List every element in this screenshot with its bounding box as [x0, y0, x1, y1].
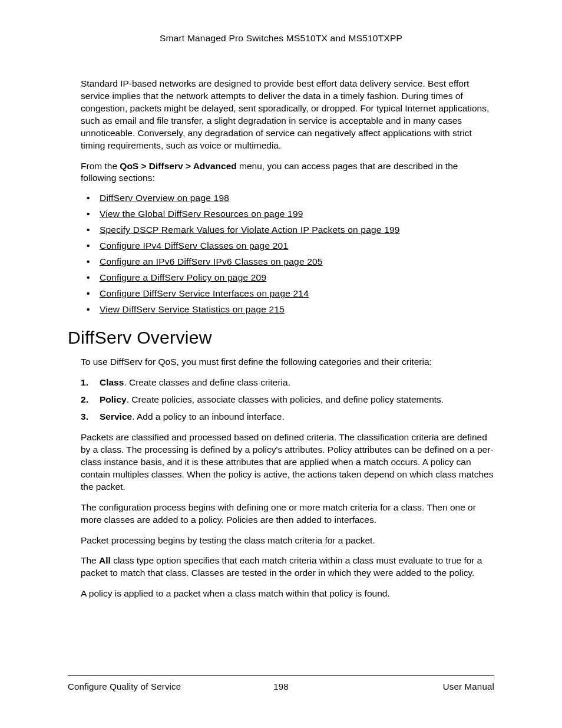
list-item: Configure IPv4 DiffServ Classes on page … — [81, 241, 494, 251]
step-term: Service — [100, 411, 132, 421]
intro-paragraph-1: Standard IP-based networks are designed … — [81, 78, 494, 152]
steps-list: Class. Create classes and define class c… — [81, 377, 494, 423]
link-global-diffserv-resources[interactable]: View the Global DiffServ Resources on pa… — [100, 209, 303, 219]
link-diffserv-policy[interactable]: Configure a DiffServ Policy on page 209 — [100, 272, 266, 282]
footer-row: Configure Quality of Service 198 User Ma… — [68, 681, 494, 691]
list-item: View DiffServ Service Statistics on page… — [81, 304, 494, 315]
step-text: . Create classes and define class criter… — [124, 377, 290, 387]
step-policy: Policy. Create policies, associate class… — [81, 394, 494, 406]
p4-bold: All — [99, 555, 111, 565]
section-paragraph-2: The configuration process begins with de… — [81, 502, 494, 526]
list-item: Configure an IPv6 DiffServ IPv6 Classes … — [81, 256, 494, 267]
link-ipv4-diffserv-classes[interactable]: Configure IPv4 DiffServ Classes on page … — [100, 241, 288, 251]
menu-path: QoS > Diffserv > Advanced — [120, 161, 236, 171]
link-diffserv-service-interfaces[interactable]: Configure DiffServ Service Interfaces on… — [100, 288, 309, 298]
intro-p2-pre: From the — [81, 161, 120, 171]
p4-pre: The — [81, 555, 99, 565]
section-paragraph-3: Packet processing begins by testing the … — [81, 535, 494, 547]
section-paragraph-5: A policy is applied to a packet when a c… — [81, 588, 494, 600]
section-heading-diffserv-overview: DiffServ Overview — [68, 328, 494, 348]
step-term: Policy — [100, 394, 127, 404]
page-footer: Configure Quality of Service 198 User Ma… — [68, 675, 494, 691]
list-item: Configure a DiffServ Policy on page 209 — [81, 272, 494, 283]
section-links-list: DiffServ Overview on page 198 View the G… — [81, 193, 494, 315]
p4-post: class type option specifies that each ma… — [81, 555, 482, 578]
footer-page-number: 198 — [68, 681, 494, 691]
step-text: . Add a policy to an inbound interface. — [132, 411, 285, 421]
page: Smart Managed Pro Switches MS510TX and M… — [0, 0, 562, 728]
list-item: View the Global DiffServ Resources on pa… — [81, 209, 494, 219]
step-term: Class — [100, 377, 124, 387]
link-diffserv-overview[interactable]: DiffServ Overview on page 198 — [100, 193, 229, 203]
link-ipv6-diffserv-classes[interactable]: Configure an IPv6 DiffServ IPv6 Classes … — [100, 256, 323, 266]
section-paragraph-1: Packets are classified and processed bas… — [81, 431, 494, 493]
section-lead: To use DiffServ for QoS, you must first … — [81, 356, 494, 368]
link-diffserv-service-statistics[interactable]: View DiffServ Service Statistics on page… — [100, 304, 285, 314]
footer-rule — [68, 675, 494, 676]
intro-paragraph-2: From the QoS > Diffserv > Advanced menu,… — [81, 160, 494, 185]
step-text: . Create policies, associate classes wit… — [127, 394, 444, 404]
link-dscp-remark-values[interactable]: Specify DSCP Remark Values for Violate A… — [100, 225, 400, 235]
page-header-title: Smart Managed Pro Switches MS510TX and M… — [68, 33, 494, 44]
list-item: DiffServ Overview on page 198 — [81, 193, 494, 203]
list-item: Configure DiffServ Service Interfaces on… — [81, 288, 494, 299]
step-service: Service. Add a policy to an inbound inte… — [81, 411, 494, 423]
step-class: Class. Create classes and define class c… — [81, 377, 494, 389]
section-paragraph-4: The All class type option specifies that… — [81, 555, 494, 579]
list-item: Specify DSCP Remark Values for Violate A… — [81, 225, 494, 235]
